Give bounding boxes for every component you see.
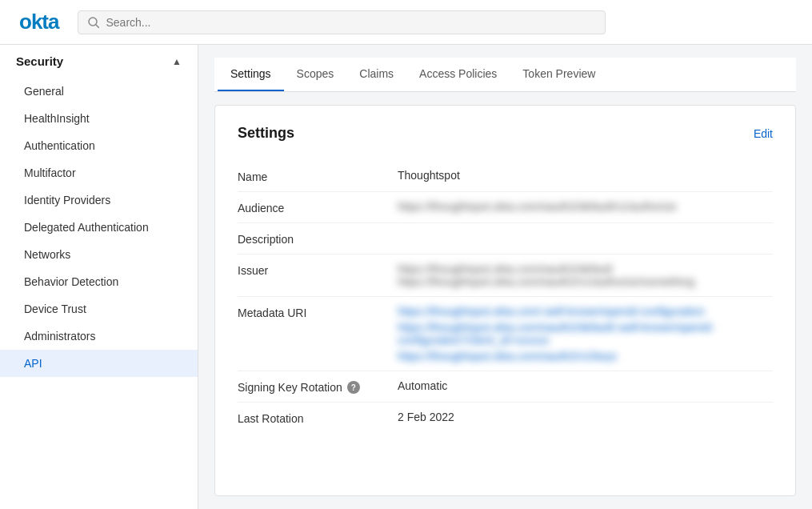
sidebar-item-administrators[interactable]: Administrators	[0, 323, 198, 350]
settings-row-issuer: Issuer https://thoughtspot.okta.com/oaut…	[238, 254, 773, 297]
svg-line-1	[96, 25, 99, 28]
label-with-info: Signing Key Rotation ?	[238, 381, 398, 394]
tabs-bar: Settings Scopes Claims Access Policies T…	[214, 58, 796, 92]
sidebar-item-authentication[interactable]: Authentication	[0, 132, 198, 159]
sidebar-item-identity-providers[interactable]: Identity Providers	[0, 186, 198, 214]
label-issuer: Issuer	[238, 263, 398, 277]
metadata-link3[interactable]: https://thoughtspot.okta.com/oauth2/v1/k…	[398, 350, 773, 363]
tab-token-preview[interactable]: Token Preview	[510, 58, 608, 91]
metadata-link1[interactable]: https://thoughtspot.okta.com/.well-known…	[398, 305, 773, 318]
value-metadata-uri: https://thoughtspot.okta.com/.well-known…	[398, 305, 773, 363]
settings-row-description: Description	[238, 223, 773, 254]
topbar: okta	[0, 0, 812, 45]
label-last-rotation: Last Rotation	[238, 411, 398, 425]
settings-table: Name Thoughtspot Audience https://though…	[238, 161, 773, 433]
sidebar-item-delegated-authentication[interactable]: Delegated Authentication	[0, 214, 198, 241]
sidebar-item-healthinsight[interactable]: HealthInsight	[0, 105, 198, 132]
value-audience: https://thoughtspot.okta.com/oauth2/defa…	[398, 200, 773, 213]
label-name: Name	[238, 169, 398, 183]
search-icon	[88, 17, 99, 28]
value-issuer: https://thoughtspot.okta.com/oauth2/defa…	[398, 263, 773, 288]
settings-card-header: Settings Edit	[238, 125, 773, 142]
settings-row-name: Name Thoughtspot	[238, 161, 773, 192]
logo-text: okta	[19, 10, 58, 34]
main-layout: Security ▲ General HealthInsight Authent…	[0, 45, 812, 509]
tab-access-policies[interactable]: Access Policies	[406, 58, 510, 91]
sidebar-section-security[interactable]: Security ▲	[0, 45, 198, 78]
label-signing-key-rotation: Signing Key Rotation ?	[238, 379, 398, 394]
issuer-line2: https://thoughtspot.okta.com/oauth2/v1/a…	[398, 275, 773, 288]
label-metadata-uri: Metadata URI	[238, 305, 398, 319]
main-content: Settings Scopes Claims Access Policies T…	[198, 45, 812, 509]
sidebar-item-general[interactable]: General	[0, 78, 198, 105]
settings-row-signing-key-rotation: Signing Key Rotation ? Automatic	[238, 371, 773, 403]
sidebar-item-device-trust[interactable]: Device Trust	[0, 295, 198, 323]
label-description: Description	[238, 231, 398, 246]
sidebar-item-multifactor[interactable]: Multifactor	[0, 159, 198, 186]
edit-button[interactable]: Edit	[754, 127, 773, 140]
settings-card-title: Settings	[238, 125, 294, 142]
settings-row-last-rotation: Last Rotation 2 Feb 2022	[238, 403, 773, 433]
value-name: Thoughtspot	[398, 169, 773, 182]
tab-settings[interactable]: Settings	[218, 58, 284, 91]
metadata-link2[interactable]: https://thoughtspot.okta.com/oauth2/defa…	[398, 321, 773, 347]
tab-scopes[interactable]: Scopes	[284, 58, 347, 91]
settings-row-metadata-uri: Metadata URI https://thoughtspot.okta.co…	[238, 297, 773, 371]
sidebar: Security ▲ General HealthInsight Authent…	[0, 45, 198, 509]
search-bar[interactable]	[78, 10, 606, 34]
sidebar-item-behavior-detection[interactable]: Behavior Detection	[0, 268, 198, 295]
search-input[interactable]	[106, 16, 595, 29]
tab-claims[interactable]: Claims	[346, 58, 406, 91]
value-last-rotation: 2 Feb 2022	[398, 411, 773, 423]
sidebar-item-api[interactable]: API	[0, 350, 198, 377]
issuer-line1: https://thoughtspot.okta.com/oauth2/defa…	[398, 263, 773, 275]
settings-row-audience: Audience https://thoughtspot.okta.com/oa…	[238, 192, 773, 223]
settings-card: Settings Edit Name Thoughtspot Audience …	[214, 105, 796, 496]
chevron-up-icon: ▲	[172, 56, 182, 67]
sidebar-section-title: Security	[16, 54, 63, 68]
sidebar-item-networks[interactable]: Networks	[0, 241, 198, 268]
logo: okta	[19, 10, 58, 34]
info-icon[interactable]: ?	[347, 381, 360, 394]
value-signing-key-rotation: Automatic	[398, 379, 773, 392]
label-audience: Audience	[238, 200, 398, 214]
